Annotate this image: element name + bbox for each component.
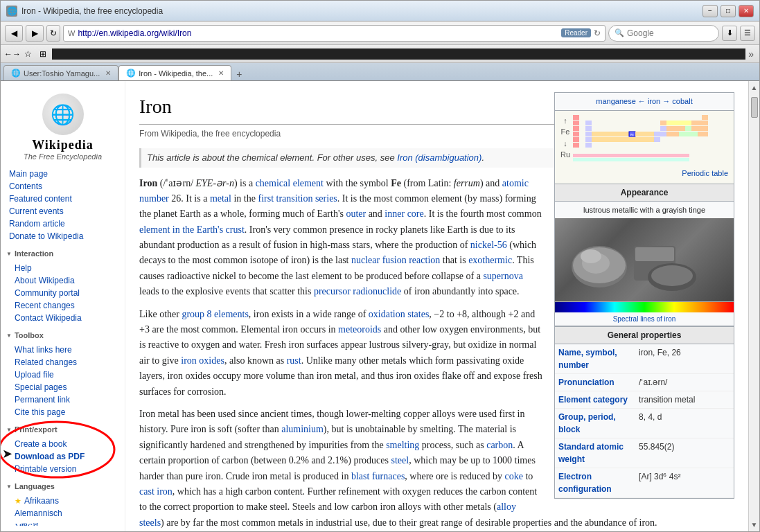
- search-bar[interactable]: 🔍: [608, 25, 719, 42]
- supernova-link[interactable]: supernova: [483, 271, 523, 281]
- sidebar-link-alemannisch[interactable]: Alemannisch: [6, 507, 125, 520]
- carbon-link[interactable]: carbon: [486, 440, 513, 450]
- sidebar-link-afrikaans[interactable]: ★ Afrikaans: [6, 495, 125, 507]
- sidebar-link-main-page[interactable]: Main page: [1, 168, 125, 180]
- prop-label-group: Group, period, block: [555, 409, 635, 438]
- forward-button[interactable]: ▶: [26, 25, 44, 42]
- sidebar-link-contact[interactable]: Contact Wikipedia: [6, 312, 125, 324]
- scroll-down-arrow[interactable]: ▼: [751, 518, 758, 531]
- refresh-icon[interactable]: ↻: [594, 28, 601, 38]
- sidebar-link-download-pdf[interactable]: Download as PDF: [6, 450, 125, 463]
- iron-oxides-link[interactable]: iron oxides: [181, 355, 224, 366]
- wiki-sidebar: 🌐 Wikipedia The Free Encyclopedia Main p…: [1, 81, 125, 531]
- downloads-icon[interactable]: ⬇: [722, 26, 737, 41]
- chemical-element-link[interactable]: chemical element: [256, 178, 324, 188]
- periodic-table-anchor[interactable]: Periodic table: [682, 169, 728, 177]
- sidebar-link-featured[interactable]: Featured content: [1, 193, 125, 205]
- sidebar-link-donate[interactable]: Donate to Wikipedia: [1, 230, 125, 242]
- languages-section-title[interactable]: ▼ Languages: [1, 478, 125, 492]
- svg-rect-41: [685, 132, 691, 136]
- alloy-steels-link[interactable]: alloy steels: [139, 502, 516, 527]
- sidebar-link-amharic[interactable]: አማርኛ: [6, 520, 125, 526]
- exothermic-link[interactable]: exothermic: [468, 255, 512, 265]
- spectral-link[interactable]: Spectral lines of iron: [613, 315, 676, 323]
- meteoroids-link[interactable]: meteoroids: [338, 324, 381, 335]
- svg-rect-48: [598, 137, 604, 142]
- title-bar: 🌐 Iron - Wikipedia, the free encyclopedi…: [1, 1, 759, 21]
- window-controls[interactable]: − □ ✕: [702, 5, 754, 17]
- scroll-up-arrow[interactable]: ▲: [751, 81, 758, 94]
- aluminium-link[interactable]: aluminium: [281, 424, 324, 434]
- blast-furnaces-link[interactable]: blast furnaces: [351, 471, 405, 481]
- group8-link[interactable]: group 8 elements: [182, 309, 248, 319]
- wiki-main-content: manganese ← iron → cobalt ↑ Fe ↓ Ru: [125, 81, 748, 531]
- sidebar-link-create-book[interactable]: Create a book: [6, 438, 125, 450]
- toolbox-section-title[interactable]: ▼ Toolbox: [1, 327, 125, 341]
- scroll-thumb[interactable]: [751, 97, 758, 118]
- sidebar-link-community[interactable]: Community portal: [6, 287, 125, 299]
- precursor-link[interactable]: precursor radionuclide: [314, 286, 401, 296]
- metal-link[interactable]: metal: [210, 193, 231, 204]
- element-crust-link[interactable]: element in the Earth's crust: [139, 224, 245, 235]
- sidebar-link-about[interactable]: About Wikipedia: [6, 274, 125, 287]
- coke-link[interactable]: coke: [505, 471, 523, 481]
- svg-rect-53: [629, 137, 635, 142]
- smelting-link[interactable]: smelting: [386, 440, 419, 450]
- nickel-56-link[interactable]: nickel-56: [470, 240, 507, 250]
- url-text[interactable]: http://en.wikipedia.org/wiki/Iron: [78, 28, 558, 38]
- sidebar-link-random[interactable]: Random article: [1, 218, 125, 230]
- sidebar-link-special[interactable]: Special pages: [6, 381, 125, 393]
- sidebar-link-recent[interactable]: Recent changes: [6, 299, 125, 312]
- periodic-table-link[interactable]: Periodic table: [558, 167, 731, 181]
- bookmarks-overflow-icon[interactable]: »: [748, 48, 754, 60]
- new-tab-button[interactable]: +: [231, 68, 247, 80]
- toolbox-label: Toolbox: [15, 331, 44, 339]
- svg-rect-66: [635, 247, 674, 261]
- tab-close-user[interactable]: ✕: [105, 69, 111, 77]
- sidebar-link-cite[interactable]: Cite this page: [6, 406, 125, 418]
- address-bar[interactable]: W http://en.wikipedia.org/wiki/Iron Read…: [63, 25, 606, 42]
- apps-icon[interactable]: ⊞: [37, 48, 49, 60]
- stop-reload-button[interactable]: ↻: [46, 25, 60, 42]
- tab-close-iron[interactable]: ✕: [218, 69, 224, 77]
- page-scrollbar[interactable]: ▲ ▼: [748, 81, 759, 531]
- outer-link[interactable]: outer: [346, 209, 366, 219]
- reader-button[interactable]: Reader: [561, 28, 591, 37]
- sidebar-link-upload[interactable]: Upload file: [6, 369, 125, 381]
- back-bookmark-icon[interactable]: ←→: [6, 48, 19, 60]
- svg-rect-38: [666, 132, 673, 136]
- bookmark-star-icon[interactable]: ☆: [21, 48, 34, 60]
- steel-link[interactable]: steel: [391, 455, 409, 466]
- sidebar-link-contents[interactable]: Contents: [1, 180, 125, 193]
- close-button[interactable]: ✕: [739, 5, 754, 17]
- sidebar-link-help[interactable]: Help: [6, 262, 125, 274]
- cast-iron-link[interactable]: cast iron: [139, 486, 173, 497]
- svg-rect-55: [642, 137, 648, 142]
- svg-rect-8: [679, 121, 685, 125]
- maximize-button[interactable]: □: [721, 5, 736, 17]
- print-nav: Create a book Download as PDF Printable …: [1, 435, 125, 478]
- disambiguation-link[interactable]: Iron (disambiguation): [397, 152, 481, 163]
- inner-core-link[interactable]: inner core: [385, 209, 423, 219]
- tab-iron[interactable]: 🌐 Iron - Wikipedia, the... ✕: [118, 65, 231, 80]
- rust-link[interactable]: rust: [287, 355, 301, 366]
- nuclear-fusion-link[interactable]: nuclear fusion reaction: [351, 255, 440, 265]
- first-transition-link[interactable]: first transition series: [258, 193, 337, 204]
- print-section-title[interactable]: ▼ Print/export: [1, 421, 125, 435]
- sidebar-link-related[interactable]: Related changes: [6, 356, 125, 369]
- sidebar-link-what-links[interactable]: What links here: [6, 344, 125, 356]
- svg-point-68: [651, 265, 693, 286]
- sidebar-link-current-events[interactable]: Current events: [1, 205, 125, 218]
- interaction-section-title[interactable]: ▼ Interaction: [1, 245, 125, 259]
- sidebar-link-permanent[interactable]: Permanent link: [6, 393, 125, 406]
- tab-user[interactable]: 🌐 User:Toshio Yamagu... ✕: [3, 65, 118, 80]
- infobox-nav: manganese ← iron → cobalt: [555, 93, 734, 111]
- minimize-button[interactable]: −: [702, 5, 718, 17]
- oxidation-link[interactable]: oxidation states: [369, 309, 430, 319]
- sidebar-link-printable[interactable]: Printable version: [6, 463, 125, 475]
- search-input[interactable]: [627, 28, 703, 38]
- svg-rect-29: [617, 132, 623, 136]
- menu-icon[interactable]: ☰: [740, 26, 755, 41]
- tab-label: User:Toshio Yamagu...: [24, 69, 100, 78]
- back-button[interactable]: ◀: [5, 25, 23, 42]
